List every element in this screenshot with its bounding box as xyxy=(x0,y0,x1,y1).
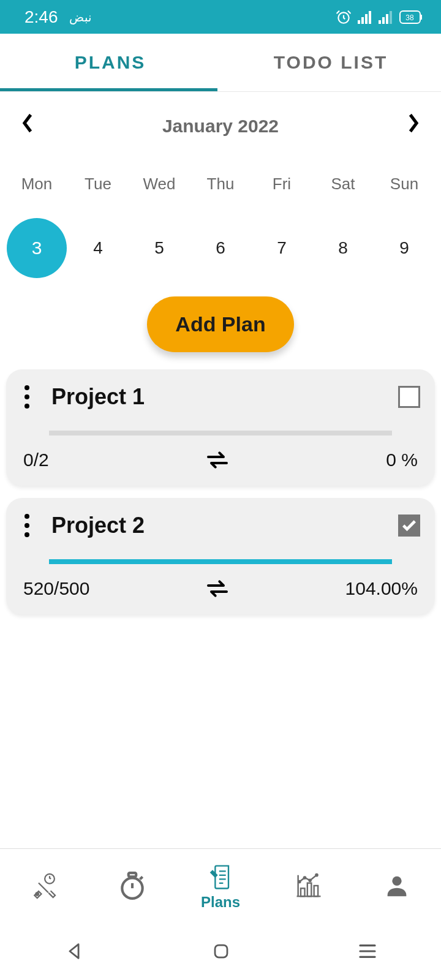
project-title: Project 1 xyxy=(51,384,145,410)
svg-point-23 xyxy=(392,876,401,885)
weekday-row: Mon Tue Wed Thu Fri Sat Sun xyxy=(0,139,441,194)
svg-point-21 xyxy=(309,879,311,881)
sys-back-button[interactable] xyxy=(64,941,85,962)
svg-rect-1 xyxy=(358,20,360,24)
tab-todo-label: TODO LIST xyxy=(274,52,388,73)
signal-icon-2 xyxy=(379,10,393,24)
svg-rect-2 xyxy=(361,17,364,24)
next-month-button[interactable] xyxy=(407,113,420,139)
svg-rect-7 xyxy=(386,14,388,24)
repeat-icon[interactable] xyxy=(205,448,230,472)
date-3-selected: 3 xyxy=(7,218,67,278)
progress-bar xyxy=(49,559,392,564)
nav-plans-label: Plans xyxy=(201,894,240,911)
weekday-wed: Wed xyxy=(129,175,190,194)
nav-profile[interactable] xyxy=(353,849,441,922)
progress-percent: 104.00% xyxy=(345,578,418,599)
svg-rect-6 xyxy=(382,17,385,24)
date-cell[interactable]: 4 xyxy=(67,218,129,278)
date-6: 6 xyxy=(190,218,251,278)
sys-recent-button[interactable] xyxy=(358,943,377,960)
status-time: 2:46 xyxy=(24,7,58,27)
nav-stats[interactable] xyxy=(265,849,353,922)
date-cell[interactable]: 8 xyxy=(312,218,374,278)
weekday-fri: Fri xyxy=(251,175,312,194)
progress-counter: 520/500 xyxy=(23,578,89,599)
svg-point-13 xyxy=(36,892,39,895)
prev-month-button[interactable] xyxy=(21,113,34,139)
card-header: Project 2 xyxy=(21,513,420,538)
card-header: Project 1 xyxy=(21,384,420,410)
weekday-mon: Mon xyxy=(6,175,67,194)
status-right: 38 xyxy=(336,9,423,25)
tab-plans[interactable]: PLANS xyxy=(0,34,221,91)
date-7: 7 xyxy=(252,218,312,278)
more-options-icon[interactable] xyxy=(21,385,36,409)
dates-row: 3 4 5 6 7 8 9 xyxy=(0,194,441,290)
svg-rect-24 xyxy=(215,945,227,957)
svg-point-19 xyxy=(298,880,300,882)
svg-point-14 xyxy=(122,878,142,898)
progress-counter: 0/2 xyxy=(23,450,49,470)
svg-rect-10 xyxy=(421,15,422,20)
date-cell[interactable]: 3 xyxy=(6,218,67,278)
svg-rect-17 xyxy=(307,883,312,896)
month-title: January 2022 xyxy=(162,116,279,137)
weekday-tue: Tue xyxy=(67,175,129,194)
signal-icon xyxy=(358,10,372,24)
date-4: 4 xyxy=(68,218,128,278)
status-left: 2:46 نبض xyxy=(24,7,92,27)
nav-timer[interactable] xyxy=(88,849,176,922)
nav-plans-active[interactable]: Plans xyxy=(176,849,265,922)
add-plan-label: Add Plan xyxy=(175,312,265,336)
alarm-icon xyxy=(336,9,352,25)
svg-rect-16 xyxy=(301,888,305,896)
card-footer: 0/2 0 % xyxy=(21,448,420,472)
month-selector: January 2022 xyxy=(0,92,441,139)
date-cell[interactable]: 7 xyxy=(251,218,312,278)
weekday-sat: Sat xyxy=(312,175,374,194)
nav-tools[interactable] xyxy=(0,849,88,922)
weekday-thu: Thu xyxy=(190,175,251,194)
svg-point-22 xyxy=(315,874,317,876)
svg-rect-18 xyxy=(314,886,318,896)
weekday-sun: Sun xyxy=(374,175,435,194)
svg-rect-4 xyxy=(369,11,371,24)
add-plan-button[interactable]: Add Plan xyxy=(147,296,293,352)
date-cell[interactable]: 6 xyxy=(190,218,251,278)
svg-rect-5 xyxy=(379,20,381,24)
project-card: Project 2 520/500 104.00% xyxy=(6,498,435,614)
more-options-icon[interactable] xyxy=(21,514,36,537)
svg-text:38: 38 xyxy=(405,13,414,22)
card-footer: 520/500 104.00% xyxy=(21,576,420,601)
svg-point-20 xyxy=(304,876,306,878)
svg-rect-3 xyxy=(365,14,368,24)
top-tabs: PLANS TODO LIST xyxy=(0,34,441,92)
progress-percent: 0 % xyxy=(386,450,418,470)
repeat-icon[interactable] xyxy=(205,576,230,601)
svg-rect-8 xyxy=(390,11,392,24)
tab-plans-label: PLANS xyxy=(75,52,146,73)
project-checkbox-checked[interactable] xyxy=(398,514,420,537)
progress-fill xyxy=(49,559,392,564)
project-checkbox[interactable] xyxy=(398,386,420,408)
date-9: 9 xyxy=(374,218,434,278)
system-nav xyxy=(0,922,441,980)
date-cell[interactable]: 9 xyxy=(374,218,435,278)
progress-bar xyxy=(49,431,392,435)
date-8: 8 xyxy=(313,218,373,278)
sys-home-button[interactable] xyxy=(212,942,230,960)
date-cell[interactable]: 5 xyxy=(129,218,190,278)
project-card: Project 1 0/2 0 % xyxy=(6,369,435,486)
status-bar: 2:46 نبض 38 xyxy=(0,0,441,34)
project-title: Project 2 xyxy=(51,513,145,538)
tab-todo-list[interactable]: TODO LIST xyxy=(221,34,441,91)
bottom-nav: Plans xyxy=(0,848,441,922)
battery-icon: 38 xyxy=(399,10,423,24)
date-5: 5 xyxy=(129,218,189,278)
add-plan-container: Add Plan xyxy=(0,290,441,366)
svg-rect-15 xyxy=(129,873,137,876)
status-app-label: نبض xyxy=(69,10,92,24)
